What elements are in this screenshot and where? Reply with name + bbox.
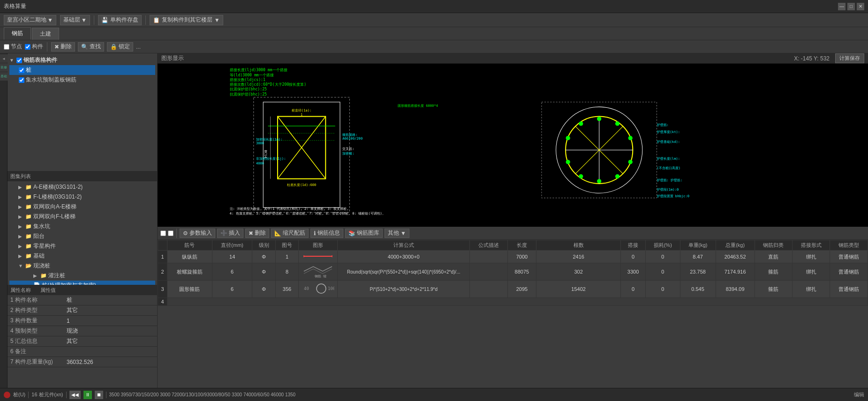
col-header-formula-desc[interactable]: 公式描述 xyxy=(470,240,507,251)
row3-rebar-type[interactable]: 普通钢筋 xyxy=(830,281,868,298)
row3-total-weight[interactable]: 8394.09 xyxy=(716,281,755,298)
atlas-item-double-a-e[interactable]: ▶ 📁 双网双向A-E楼梯 xyxy=(9,202,155,212)
row2-length[interactable]: 88075 xyxy=(507,263,536,281)
sidebar-btn-1[interactable]: ◄ xyxy=(0,54,8,63)
col-header-diameter[interactable]: 直径(mm) xyxy=(212,240,252,251)
col-header-formula[interactable]: 计算公式 xyxy=(338,240,470,251)
col-header-shape[interactable]: 图形 xyxy=(299,240,338,251)
row2-category[interactable]: 箍筋 xyxy=(755,263,792,281)
floor-dropdown[interactable]: 基础层 ▼ xyxy=(60,15,90,25)
tree-root-checkbox[interactable] xyxy=(16,58,22,63)
atlas-item-foundation[interactable]: ▶ 📁 基础 xyxy=(9,251,155,261)
row3-splice-form[interactable]: 绑扎 xyxy=(793,281,830,298)
row1-formula-desc[interactable] xyxy=(470,251,507,263)
row2-splice[interactable]: 3300 xyxy=(621,263,646,281)
atlas-item-a-e-stair[interactable]: ▶ 📁 A-E楼梯(03G101-2) xyxy=(9,182,155,192)
minimize-button[interactable]: — xyxy=(838,3,845,10)
rebar-lib-button[interactable]: 📚 钢筋图库 xyxy=(345,229,383,238)
atlas-item-double-f-l[interactable]: ▶ 📁 双网双向F-L楼梯 xyxy=(9,212,155,222)
atlas-item-f-l-stair[interactable]: ▶ 📁 F-L楼梯(03G101-2) xyxy=(9,192,155,202)
col-header-category[interactable]: 钢筋归类 xyxy=(755,240,792,251)
col-header-grade[interactable]: 级别 xyxy=(252,240,275,251)
row1-splice-form[interactable]: 绑扎 xyxy=(793,251,830,263)
row1-category[interactable]: 直筋 xyxy=(755,251,792,263)
row3-length[interactable]: 2095 xyxy=(507,281,536,298)
other-button[interactable]: 其他 ▼ xyxy=(385,229,409,238)
table-row-1[interactable]: 1 纵纵筋 14 Φ 1 xyxy=(158,251,868,263)
row2-diameter[interactable]: 6 xyxy=(212,263,252,281)
col-header-unit-weight[interactable]: 单重(kg) xyxy=(680,240,716,251)
tree-root[interactable]: ▼ 钢筋表格构件 xyxy=(9,55,155,65)
row1-loss[interactable]: 0 xyxy=(646,251,680,263)
row2-name[interactable]: 桩螺旋箍筋 xyxy=(167,263,212,281)
stop-button[interactable]: ⏹ xyxy=(95,391,103,399)
row1-total-weight[interactable]: 20463.52 xyxy=(716,251,755,263)
table-row-2[interactable]: 2 桩螺旋箍筋 6 Φ 8 钢筋 缩 xyxy=(158,263,868,281)
row3-grade[interactable]: Φ xyxy=(252,281,275,298)
play-button[interactable]: ◀◀ xyxy=(69,391,81,399)
row1-count[interactable]: 2416 xyxy=(536,251,621,263)
row2-splice-form[interactable]: 绑扎 xyxy=(793,263,830,281)
row3-name[interactable]: 圆形箍筋 xyxy=(167,281,212,298)
row1-formula[interactable]: 4000+3000+0 xyxy=(338,251,470,263)
sidebar-btn-2[interactable]: 装修 xyxy=(0,63,8,72)
tree-item-pile[interactable]: 桩 xyxy=(9,65,155,75)
component-checkbox-label[interactable]: 构件 xyxy=(25,43,43,51)
component-checkbox[interactable] xyxy=(25,44,30,50)
col-header-rebar-type[interactable]: 钢筋类型 xyxy=(830,240,868,251)
node-checkbox[interactable] xyxy=(4,44,9,50)
row2-grade[interactable]: Φ xyxy=(252,263,275,281)
param-input-button[interactable]: ⚙ 参数输入 xyxy=(180,229,215,238)
rebar-info-button[interactable]: ℹ 钢筋信息 xyxy=(310,229,343,238)
table-row-4[interactable]: 4 xyxy=(158,298,868,306)
more-options[interactable]: ... xyxy=(136,44,141,50)
save-button[interactable]: 计算保存 xyxy=(835,53,864,63)
row3-loss[interactable]: 0 xyxy=(646,281,680,298)
find-button[interactable]: 🔍 查找 xyxy=(78,42,104,52)
row2-drawing[interactable]: 8 xyxy=(275,263,298,281)
insert-button[interactable]: ➕ 插入 xyxy=(217,229,243,238)
table-select2[interactable] xyxy=(168,230,174,236)
col-header-name[interactable]: 筋号 xyxy=(167,240,212,251)
node-checkbox-label[interactable]: 节点 xyxy=(4,43,22,51)
data-table-scroll[interactable]: 筋号 直径(mm) 级别 图号 图形 计算公式 公式描述 长度 根数 搭接 损耗… xyxy=(158,240,868,388)
atlas-item-zero[interactable]: ▶ 📁 零星构件 xyxy=(9,241,155,251)
row2-total-weight[interactable]: 7174.916 xyxy=(716,263,755,281)
row1-splice[interactable]: 0 xyxy=(621,251,646,263)
col-header-length[interactable]: 长度 xyxy=(507,240,536,251)
col-header-count[interactable]: 根数 xyxy=(536,240,621,251)
scale-match-button[interactable]: 📐 缩尺配筋 xyxy=(271,229,309,238)
row2-unit-weight[interactable]: 23.758 xyxy=(680,263,716,281)
col-header-total-weight[interactable]: 总重(kg) xyxy=(716,240,755,251)
row1-diameter[interactable]: 14 xyxy=(212,251,252,263)
tab-rebar[interactable]: 钢筋 xyxy=(4,27,31,40)
row1-unit-weight[interactable]: 8.47 xyxy=(680,251,716,263)
save-component-button[interactable]: 💾 单构件存盘 xyxy=(98,15,142,25)
cover-checkbox[interactable] xyxy=(19,77,24,83)
tree-item-cover[interactable]: 集水坑预制盖板钢筋 xyxy=(9,75,155,85)
table-select-all[interactable] xyxy=(160,230,166,236)
row3-diameter[interactable]: 6 xyxy=(212,281,252,298)
row3-splice[interactable]: 0 xyxy=(621,281,646,298)
row3-unit-weight[interactable]: 0.545 xyxy=(680,281,716,298)
atlas-item-cast-pile[interactable]: ▼ 📂 现浇桩 xyxy=(9,261,155,271)
row2-formula[interactable]: Round(sqrt(sqr(Pi*(550+2*d))+sqr(140))*(… xyxy=(338,263,470,281)
tab-civil[interactable]: 土建 xyxy=(32,28,59,40)
atlas-item-pile-process[interactable]: 📄 桩(处理加密与非加密) xyxy=(9,281,155,285)
maximize-button[interactable]: □ xyxy=(847,3,855,10)
row2-count[interactable]: 302 xyxy=(536,263,621,281)
project-dropdown[interactable]: 皇宫小区二期地 ▼ xyxy=(4,15,56,25)
atlas-item-balcony[interactable]: ▶ 📁 阳台 xyxy=(9,231,155,241)
close-button[interactable]: ✕ xyxy=(857,3,864,10)
col-header-drawing[interactable]: 图号 xyxy=(275,240,298,251)
row2-loss[interactable]: 0 xyxy=(646,263,680,281)
row3-drawing[interactable]: 356 xyxy=(275,281,298,298)
copy-component-button[interactable]: 📋 复制构件到其它楼层 ▼ xyxy=(150,15,223,25)
row1-drawing[interactable]: 1 xyxy=(275,251,298,263)
lock-button[interactable]: 🔒 锁定 xyxy=(107,42,133,52)
delete-button[interactable]: ✖ 删除 xyxy=(51,42,75,52)
sidebar-btn-3[interactable]: 基础 xyxy=(0,72,8,81)
row2-formula-desc[interactable] xyxy=(470,263,507,281)
row1-name[interactable]: 纵纵筋 xyxy=(167,251,212,263)
pause-button[interactable]: ⏸ xyxy=(83,391,92,399)
